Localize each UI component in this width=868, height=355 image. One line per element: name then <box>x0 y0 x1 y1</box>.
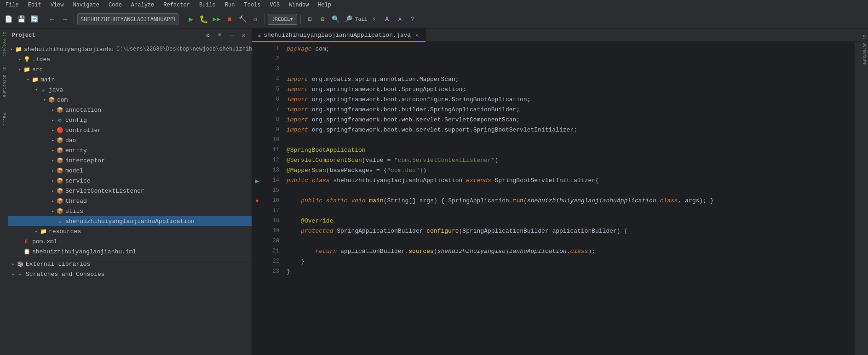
tree-annotation[interactable]: ▸ 📦 annotation <box>8 105 252 115</box>
tree-main-class[interactable]: ☕ shehuizhihuiyanglaojianhuApplication <box>8 216 252 226</box>
power-button[interactable]: ⚡ <box>368 14 379 25</box>
save-button[interactable]: 💾 <box>16 14 27 25</box>
tree-com-arrow: ▾ <box>41 97 48 103</box>
settings-button[interactable]: ⚙ <box>317 14 328 25</box>
menu-help[interactable]: Help <box>316 1 333 9</box>
tree-controller-arrow: ▸ <box>50 127 56 133</box>
tree-controller[interactable]: ▸ 🔴 controller <box>8 125 252 135</box>
menu-view[interactable]: View <box>49 1 66 9</box>
menu-file[interactable]: File <box>4 1 21 9</box>
debug-button[interactable]: 🐛 <box>198 14 209 25</box>
new-file-button[interactable]: 📄 <box>3 14 14 25</box>
terminal-button[interactable]: ⊞ <box>304 14 315 25</box>
project-icon[interactable]: 1: Project <box>0 30 8 58</box>
refresh-button[interactable]: ↺ <box>250 14 261 25</box>
tree-model[interactable]: ▸ 📦 model <box>8 166 252 176</box>
find-button[interactable]: 🔎 <box>343 14 354 25</box>
tree-thread-icon: 📦 <box>56 197 63 205</box>
color-button[interactable]: A <box>381 14 392 25</box>
code-line: import org.springframework.boot.builder.… <box>283 105 854 115</box>
tree-dao-arrow: ▸ <box>50 137 56 143</box>
menu-edit[interactable]: Edit <box>26 1 43 9</box>
tree-java[interactable]: ▾ ☕ java <box>8 85 252 95</box>
tree-idea[interactable]: ▸ 💡 .idea <box>8 54 252 64</box>
gutter-line <box>252 44 262 54</box>
tree-model-arrow: ▸ <box>50 167 56 174</box>
gutter-line <box>252 236 262 246</box>
tree-pom-label: pom.xml <box>32 238 57 245</box>
menu-vcs[interactable]: VCS <box>268 1 282 9</box>
line-number: 22 <box>266 257 279 267</box>
panel-collapse-button[interactable]: — <box>228 31 236 40</box>
tree-com[interactable]: ▾ 📦 com <box>8 95 252 105</box>
back-button[interactable]: ← <box>46 14 57 25</box>
forward-button[interactable]: → <box>59 14 70 25</box>
favorites-icon[interactable]: Fa... <box>0 106 8 133</box>
menu-refactor[interactable]: Refactor <box>161 1 192 9</box>
menu-navigate[interactable]: Navigate <box>71 1 101 9</box>
tree-utils[interactable]: ▸ 📦 utils <box>8 206 252 216</box>
panel-close-button[interactable]: ✕ <box>240 31 248 40</box>
menu-bar: File Edit View Navigate Code Analyze Ref… <box>0 0 868 10</box>
tree-iml[interactable]: 📋 shehuizhihuiyanglaojianhu.iml <box>8 246 252 257</box>
stop-button[interactable]: ■ <box>224 14 235 25</box>
build-button[interactable]: 🔨 <box>237 14 248 25</box>
code-line: @ServletComponentScan(value = "com.Servl… <box>283 155 854 166</box>
tree-external-libraries[interactable]: ▸ 📚 External Libraries <box>8 259 252 269</box>
structure-icon[interactable]: 2: Structure <box>0 68 8 96</box>
code-editor[interactable]: ▶● 1234567891011121314151617181920212223… <box>252 42 860 355</box>
sync-button[interactable]: 🔄 <box>29 14 40 25</box>
tree-service-label: service <box>65 178 91 184</box>
path-input[interactable] <box>77 13 178 25</box>
run-config-button[interactable]: ▶▶ <box>211 14 222 25</box>
tree-root[interactable]: ▾ 📁 shehuizhihuiyanglaojianhu C:\Users\2… <box>8 44 252 54</box>
tree-src[interactable]: ▾ 📁 src <box>8 64 252 74</box>
gutter-line <box>252 155 262 166</box>
search-everywhere-button[interactable]: 🔍 <box>330 14 341 25</box>
menu-run[interactable]: Run <box>223 1 237 9</box>
menu-window[interactable]: Window <box>287 1 310 9</box>
tree-dao[interactable]: ▸ 📦 dao <box>8 135 252 145</box>
font-button[interactable]: A <box>394 14 405 25</box>
tree-scratches[interactable]: ▸ ✏️ Scratches and Consoles <box>8 269 252 279</box>
run-button[interactable]: ▶ <box>185 14 196 25</box>
gutter-line <box>252 135 262 145</box>
tree-entity-icon: 📦 <box>56 147 63 154</box>
panel-expand-button[interactable]: ≡ <box>216 31 224 40</box>
tree-servlet[interactable]: ▸ 📦 ServletContextListener <box>8 186 252 196</box>
tree-java-label: java <box>49 86 63 93</box>
jrebel-button[interactable]: JREBEL▼ <box>268 14 297 25</box>
editor-tab-main[interactable]: ☕ shehuizhihuiyanglaojianhuApplication.j… <box>252 29 426 41</box>
panel-settings-button[interactable]: ⚙ <box>204 31 212 40</box>
project-panel: Project ⚙ ≡ — ✕ ▾ 📁 shehuizhihuiyanglaoj… <box>8 29 252 355</box>
tree-thread[interactable]: ▸ 📦 thread <box>8 196 252 206</box>
tree-interceptor[interactable]: ▸ 📦 interceptor <box>8 155 252 166</box>
tree-entity[interactable]: ▸ 📦 entity <box>8 145 252 155</box>
tree-annotation-label: annotation <box>65 107 101 114</box>
tail-button[interactable]: Tail <box>356 14 367 25</box>
menu-analyze[interactable]: Analyze <box>129 1 156 9</box>
tree-pom[interactable]: m pom.xml <box>8 236 252 246</box>
code-line: import org.mybatis.spring.annotation.Map… <box>283 74 854 85</box>
structure-icon[interactable]: 2: Structure <box>862 35 867 65</box>
gutter-line <box>252 246 262 257</box>
menu-tools[interactable]: Tools <box>242 1 263 9</box>
menu-code[interactable]: Code <box>107 1 124 9</box>
line-number: 5 <box>266 85 279 95</box>
tree-config[interactable]: ▸ ⚙ config <box>8 115 252 125</box>
file-tree[interactable]: ▾ 📁 shehuizhihuiyanglaojianhu C:\Users\2… <box>8 42 252 355</box>
gutter-line: ▶ <box>252 176 262 186</box>
tree-service[interactable]: ▸ 📦 service <box>8 176 252 186</box>
separator-4 <box>264 15 264 24</box>
tree-src-icon: 📁 <box>23 66 30 73</box>
tree-resources[interactable]: ▸ 📁 resources <box>8 226 252 236</box>
tab-close-button[interactable]: ✕ <box>414 32 420 38</box>
menu-build[interactable]: Build <box>197 1 218 9</box>
tree-main[interactable]: ▾ 📁 main <box>8 74 252 85</box>
help-icon-button[interactable]: ? <box>407 14 418 25</box>
line-number: 6 <box>266 95 279 105</box>
code-content[interactable]: package com;import org.mybatis.spring.an… <box>283 42 854 355</box>
code-line: @MapperScan(basePackages = {"com.dao"}) <box>283 166 854 176</box>
tree-utils-icon: 📦 <box>56 207 63 215</box>
gutter-line <box>252 206 262 216</box>
